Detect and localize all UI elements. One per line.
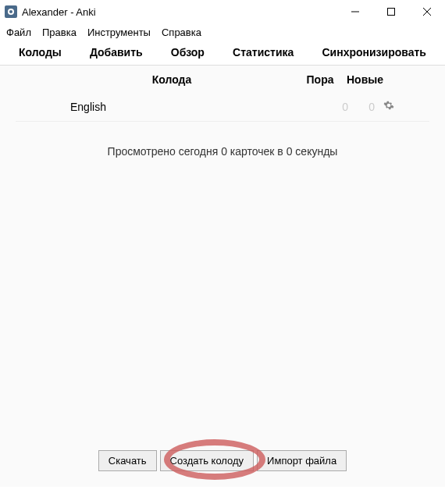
window-title: Alexander - Anki xyxy=(22,6,337,18)
header-deck: Колода xyxy=(47,73,297,86)
deck-name[interactable]: English xyxy=(47,101,301,113)
tab-stats[interactable]: Статистика xyxy=(233,46,294,59)
import-file-button[interactable]: Импорт файла xyxy=(257,450,347,471)
menu-help[interactable]: Справка xyxy=(162,27,201,38)
deck-due-count: 0 xyxy=(301,101,348,113)
menu-file[interactable]: Файл xyxy=(6,27,31,38)
tab-add[interactable]: Добавить xyxy=(90,46,143,59)
bottom-buttons: Скачать Создать колоду Импорт файла xyxy=(0,450,445,471)
create-deck-button[interactable]: Создать колоду xyxy=(160,450,255,471)
close-button[interactable] xyxy=(409,0,445,23)
tab-sync[interactable]: Синхронизировать xyxy=(322,46,425,59)
download-button[interactable]: Скачать xyxy=(98,450,157,471)
deck-table-header: Колода Пора Новые xyxy=(16,66,429,92)
deck-row[interactable]: English 0 0 xyxy=(16,92,429,122)
svg-point-2 xyxy=(9,10,12,13)
menu-tools[interactable]: Инструменты xyxy=(87,27,151,38)
minimize-button[interactable] xyxy=(337,0,373,23)
svg-rect-4 xyxy=(388,9,395,16)
tab-decks[interactable]: Колоды xyxy=(19,46,62,59)
tab-browse[interactable]: Обзор xyxy=(171,46,205,59)
main-tabs: Колоды Добавить Обзор Статистика Синхрон… xyxy=(0,41,445,66)
window-controls xyxy=(337,0,445,23)
menubar: Файл Правка Инструменты Справка xyxy=(0,23,445,41)
deck-new-count: 0 xyxy=(348,101,379,113)
gear-icon[interactable] xyxy=(379,100,398,113)
status-text: Просмотрено сегодня 0 карточек в 0 секун… xyxy=(16,122,429,158)
header-due: Пора xyxy=(297,73,344,86)
header-new: Новые xyxy=(344,73,398,86)
app-icon xyxy=(5,5,17,18)
titlebar: Alexander - Anki xyxy=(0,0,445,23)
maximize-button[interactable] xyxy=(373,0,409,23)
content-area: Колода Пора Новые English 0 0 Просмотрен… xyxy=(0,66,445,487)
menu-edit[interactable]: Правка xyxy=(42,27,77,38)
